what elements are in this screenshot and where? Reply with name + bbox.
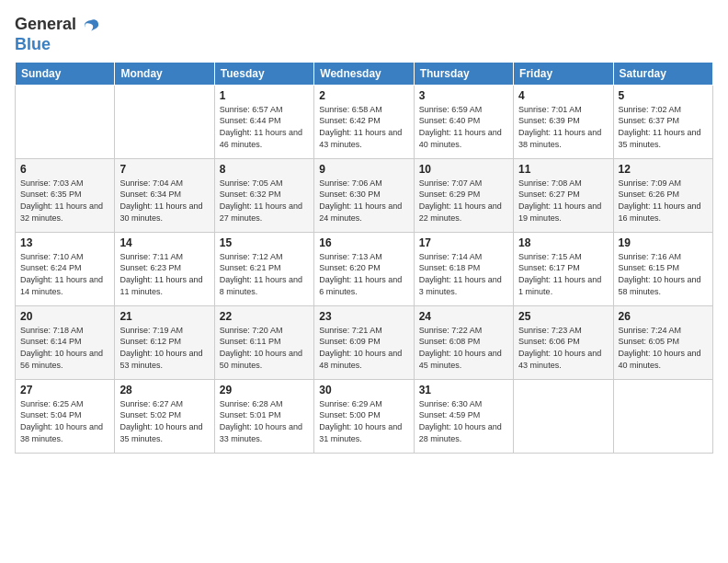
day-info: Sunrise: 7:07 AM Sunset: 6:29 PM Dayligh… [419,178,508,224]
day-info: Sunrise: 7:21 AM Sunset: 6:09 PM Dayligh… [319,325,408,371]
day-cell: 31Sunrise: 6:30 AM Sunset: 4:59 PM Dayli… [414,379,513,453]
calendar-header-row: SundayMondayTuesdayWednesdayThursdayFrid… [16,62,713,85]
day-cell [613,379,712,453]
day-cell: 30Sunrise: 6:29 AM Sunset: 5:00 PM Dayli… [314,379,414,453]
day-number: 21 [119,310,209,323]
day-info: Sunrise: 7:09 AM Sunset: 6:26 PM Dayligh… [619,178,708,224]
day-number: 2 [319,89,408,102]
day-number: 13 [20,236,109,249]
day-cell: 22Sunrise: 7:20 AM Sunset: 6:11 PM Dayli… [214,305,313,379]
day-number: 17 [419,236,508,249]
logo: General Blue [15,15,100,54]
day-number: 8 [220,163,309,176]
day-info: Sunrise: 6:57 AM Sunset: 6:44 PM Dayligh… [220,104,309,150]
day-cell: 17Sunrise: 7:14 AM Sunset: 6:18 PM Dayli… [414,232,513,305]
day-number: 30 [319,384,408,396]
col-header-thursday: Thursday [414,62,513,85]
day-cell: 19Sunrise: 7:16 AM Sunset: 6:15 PM Dayli… [613,232,712,305]
week-row-2: 6Sunrise: 7:03 AM Sunset: 6:35 PM Daylig… [16,158,713,232]
day-cell: 15Sunrise: 7:12 AM Sunset: 6:21 PM Dayli… [214,232,313,305]
day-info: Sunrise: 7:02 AM Sunset: 6:37 PM Dayligh… [619,104,708,150]
day-info: Sunrise: 7:05 AM Sunset: 6:32 PM Dayligh… [220,178,309,224]
day-cell: 13Sunrise: 7:10 AM Sunset: 6:24 PM Dayli… [16,232,115,305]
calendar-body: 1Sunrise: 6:57 AM Sunset: 6:44 PM Daylig… [16,85,713,453]
day-number: 4 [518,89,608,102]
day-info: Sunrise: 6:27 AM Sunset: 5:02 PM Dayligh… [119,398,209,444]
week-row-1: 1Sunrise: 6:57 AM Sunset: 6:44 PM Daylig… [16,85,713,158]
day-info: Sunrise: 7:22 AM Sunset: 6:08 PM Dayligh… [419,325,508,371]
col-header-saturday: Saturday [613,62,712,85]
day-info: Sunrise: 7:16 AM Sunset: 6:15 PM Dayligh… [619,251,708,297]
col-header-tuesday: Tuesday [214,62,313,85]
logo-blue: Blue [15,35,51,53]
day-number: 28 [119,384,209,396]
day-cell: 4Sunrise: 7:01 AM Sunset: 6:39 PM Daylig… [514,85,613,158]
day-number: 11 [518,163,608,176]
day-cell: 11Sunrise: 7:08 AM Sunset: 6:27 PM Dayli… [514,158,613,232]
day-number: 25 [518,310,608,323]
day-cell: 18Sunrise: 7:15 AM Sunset: 6:17 PM Dayli… [514,232,613,305]
day-number: 27 [20,384,109,396]
day-info: Sunrise: 7:01 AM Sunset: 6:39 PM Dayligh… [518,104,608,150]
day-info: Sunrise: 7:11 AM Sunset: 6:23 PM Dayligh… [119,251,209,297]
week-row-4: 20Sunrise: 7:18 AM Sunset: 6:14 PM Dayli… [16,305,713,379]
day-cell: 16Sunrise: 7:13 AM Sunset: 6:20 PM Dayli… [314,232,414,305]
day-number: 1 [220,89,309,102]
day-number: 18 [518,236,608,249]
day-info: Sunrise: 7:06 AM Sunset: 6:30 PM Dayligh… [319,178,408,224]
col-header-friday: Friday [514,62,613,85]
day-info: Sunrise: 7:12 AM Sunset: 6:21 PM Dayligh… [220,251,309,297]
day-info: Sunrise: 7:03 AM Sunset: 6:35 PM Dayligh… [20,178,109,224]
day-number: 9 [319,163,408,176]
day-number: 5 [619,89,708,102]
day-info: Sunrise: 7:23 AM Sunset: 6:06 PM Dayligh… [518,325,608,371]
day-cell: 2Sunrise: 6:58 AM Sunset: 6:42 PM Daylig… [314,85,414,158]
day-info: Sunrise: 7:15 AM Sunset: 6:17 PM Dayligh… [518,251,608,297]
logo-text-block: General Blue [15,15,100,54]
day-cell [16,85,115,158]
day-info: Sunrise: 7:10 AM Sunset: 6:24 PM Dayligh… [20,251,109,297]
day-info: Sunrise: 6:58 AM Sunset: 6:42 PM Dayligh… [319,104,408,150]
day-cell: 26Sunrise: 7:24 AM Sunset: 6:05 PM Dayli… [613,305,712,379]
day-number: 16 [319,236,408,249]
day-number: 23 [319,310,408,323]
day-cell: 24Sunrise: 7:22 AM Sunset: 6:08 PM Dayli… [414,305,513,379]
day-number: 20 [20,310,109,323]
day-cell: 7Sunrise: 7:04 AM Sunset: 6:34 PM Daylig… [115,158,214,232]
day-info: Sunrise: 7:18 AM Sunset: 6:14 PM Dayligh… [20,325,109,371]
day-info: Sunrise: 7:19 AM Sunset: 6:12 PM Dayligh… [119,325,209,371]
day-cell: 21Sunrise: 7:19 AM Sunset: 6:12 PM Dayli… [115,305,214,379]
week-row-5: 27Sunrise: 6:25 AM Sunset: 5:04 PM Dayli… [16,379,713,453]
page-header: General Blue [15,15,713,54]
day-number: 14 [119,236,209,249]
col-header-wednesday: Wednesday [314,62,414,85]
day-cell: 9Sunrise: 7:06 AM Sunset: 6:30 PM Daylig… [314,158,414,232]
day-cell [115,85,214,158]
day-number: 19 [619,236,708,249]
day-number: 3 [419,89,508,102]
day-cell: 3Sunrise: 6:59 AM Sunset: 6:40 PM Daylig… [414,85,513,158]
day-cell: 25Sunrise: 7:23 AM Sunset: 6:06 PM Dayli… [514,305,613,379]
day-number: 24 [419,310,508,323]
day-info: Sunrise: 7:13 AM Sunset: 6:20 PM Dayligh… [319,251,408,297]
col-header-monday: Monday [115,62,214,85]
day-info: Sunrise: 7:08 AM Sunset: 6:27 PM Dayligh… [518,178,608,224]
day-number: 12 [619,163,708,176]
day-cell: 1Sunrise: 6:57 AM Sunset: 6:44 PM Daylig… [214,85,313,158]
day-number: 6 [20,163,109,176]
day-cell: 12Sunrise: 7:09 AM Sunset: 6:26 PM Dayli… [613,158,712,232]
day-info: Sunrise: 6:25 AM Sunset: 5:04 PM Dayligh… [20,398,109,444]
day-number: 29 [220,384,309,396]
day-info: Sunrise: 6:29 AM Sunset: 5:00 PM Dayligh… [319,398,408,444]
day-cell: 8Sunrise: 7:05 AM Sunset: 6:32 PM Daylig… [214,158,313,232]
day-cell: 10Sunrise: 7:07 AM Sunset: 6:29 PM Dayli… [414,158,513,232]
day-number: 22 [220,310,309,323]
day-info: Sunrise: 7:24 AM Sunset: 6:05 PM Dayligh… [619,325,708,371]
day-cell: 28Sunrise: 6:27 AM Sunset: 5:02 PM Dayli… [115,379,214,453]
day-info: Sunrise: 7:20 AM Sunset: 6:11 PM Dayligh… [220,325,309,371]
logo-bird-icon [82,17,100,35]
day-number: 7 [119,163,209,176]
day-number: 10 [419,163,508,176]
day-info: Sunrise: 7:14 AM Sunset: 6:18 PM Dayligh… [419,251,508,297]
col-header-sunday: Sunday [16,62,115,85]
